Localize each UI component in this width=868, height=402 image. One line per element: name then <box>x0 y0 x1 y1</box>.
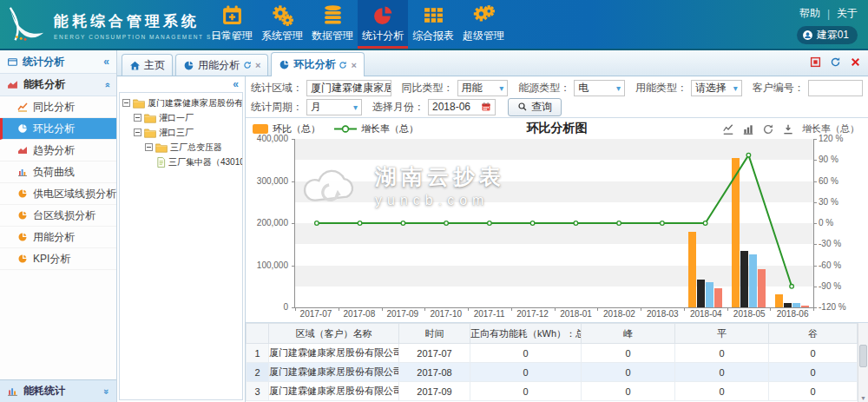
usage-type-select[interactable]: 请选择▾ <box>691 80 742 96</box>
sidebar-footer-energy-stats[interactable]: 能耗统计 » <box>0 379 116 402</box>
mini-refresh-icon[interactable] <box>243 61 252 69</box>
row-number: 2 <box>247 363 269 382</box>
close-icon[interactable] <box>850 56 861 68</box>
user-menu[interactable]: 建霖01 <box>797 26 858 44</box>
sidebar-items: 同比分析环比分析趋势分析负荷曲线供电区域线损分析台区线损分析用能分析KPI分析 <box>0 96 116 270</box>
tree-expander-icon[interactable] <box>134 129 141 136</box>
pie-chart-icon <box>17 123 28 134</box>
tree-expander-icon[interactable] <box>145 143 153 151</box>
tree-collapse-icon[interactable]: « <box>117 76 245 92</box>
chevron-up-icon[interactable]: » <box>102 82 112 87</box>
tree-node-3[interactable]: 灌口三厂 <box>122 125 242 140</box>
sidebar-item-label: 负荷曲线 <box>33 165 75 180</box>
usage-type-label: 用能类型： <box>635 81 687 96</box>
sidebar-footer-label: 能耗统计 <box>23 384 65 399</box>
tab-close-icon[interactable]: × <box>351 60 356 70</box>
tree-node-1[interactable]: 厦门建霖健康家居股份有限公司 <box>122 96 242 110</box>
nav-item-1[interactable]: 日常管理 <box>207 0 257 49</box>
sidebar-item-5[interactable]: 供电区域线损分析 <box>0 183 116 205</box>
download-icon[interactable] <box>782 123 794 135</box>
tab-1[interactable]: 主页 <box>122 54 173 76</box>
scrollbar-thumb[interactable] <box>859 345 867 367</box>
nav-item-label: 综合报表 <box>412 29 454 43</box>
sidebar-section-energy-analysis[interactable]: 能耗分析 » <box>0 74 116 96</box>
restore-icon[interactable] <box>810 56 821 68</box>
month-label: 选择月份： <box>372 100 424 115</box>
nav-item-6[interactable]: 超级管理 <box>458 0 509 49</box>
mini-refresh-icon[interactable] <box>339 61 347 69</box>
energy-type-select[interactable]: 电▾ <box>574 80 625 96</box>
sidebar-item-3[interactable]: 趋势分析 <box>0 140 116 161</box>
tree-node-4[interactable]: 三厂总变压器 <box>122 140 242 155</box>
sidebar-item-label: 同比分析 <box>33 100 75 115</box>
chart-legend: 环比（总）增长率（总） <box>253 122 418 135</box>
tab-3[interactable]: 环比分析× <box>271 52 364 76</box>
tree-node-5[interactable]: 三厂集中器（4301003 <box>122 155 242 169</box>
refresh-icon[interactable] <box>830 56 841 68</box>
tab-close-icon[interactable]: × <box>255 60 260 70</box>
legend-bar-swatch <box>253 124 268 134</box>
sidebar-item-7[interactable]: 用能分析 <box>0 227 116 248</box>
x-axis-label: 2018-04 <box>684 309 727 321</box>
nav-item-label: 系统管理 <box>261 29 303 43</box>
bar-chart-toggle-icon[interactable] <box>742 123 754 135</box>
nav-item-5[interactable]: 综合报表 <box>408 0 458 49</box>
nav-item-2[interactable]: 系统管理 <box>257 0 307 49</box>
month-value: 2018-06 <box>432 101 470 113</box>
refresh-icon[interactable] <box>762 123 774 135</box>
tab-2[interactable]: 用能分析× <box>175 54 268 76</box>
row-number: 3 <box>247 382 269 401</box>
column-header: 平 <box>675 324 769 344</box>
right-axis-tick-label: -60 % <box>819 260 862 270</box>
main-nav: 日常管理系统管理数据管理统计分析综合报表超级管理 <box>207 0 509 49</box>
table-row-3[interactable]: 3厦门建霖健康家居股份有限公司2017-090000 <box>247 382 858 401</box>
scrollbar-down-arrow[interactable]: ▼ <box>858 395 868 401</box>
home-icon <box>129 60 141 71</box>
sidebar-item-2[interactable]: 环比分析 <box>0 118 116 140</box>
period-label: 统计周期： <box>251 100 303 115</box>
help-link[interactable]: 帮助 <box>799 6 820 21</box>
table-row-2[interactable]: 2厦门建霖健康家居股份有限公司2017-080000 <box>247 363 858 382</box>
table-cell: 厦门建霖健康家居股份有限公司 <box>269 382 399 401</box>
calendar-icon[interactable] <box>481 102 491 112</box>
tree-expander-icon[interactable] <box>134 114 141 122</box>
tab-bar: 主页用能分析×环比分析× <box>117 50 868 76</box>
header-links: 帮助 | 关于 <box>799 6 858 21</box>
tree-node-2[interactable]: 灌口一厂 <box>122 110 242 125</box>
period-select[interactable]: 月▾ <box>306 99 362 115</box>
chevron-down-icon[interactable]: » <box>102 388 112 393</box>
customer-no-input[interactable] <box>808 80 863 96</box>
query-button[interactable]: 查询 <box>508 98 562 116</box>
table-row-1[interactable]: 1厦门建霖健康家居股份有限公司2017-070000 <box>247 344 858 363</box>
sidebar-item-8[interactable]: KPI分析 <box>0 248 116 270</box>
line-chart-toggle-icon[interactable] <box>722 123 734 135</box>
table-cell: 0 <box>769 382 858 401</box>
x-axis-label: 2017-07 <box>294 309 338 321</box>
x-axis-label: 2018-01 <box>555 309 598 321</box>
legend-line-swatch <box>334 124 357 134</box>
right-axis-tick-label: 90 % <box>819 155 862 164</box>
sidebar-item-6[interactable]: 台区线损分析 <box>0 205 116 227</box>
x-axis-label: 2018-05 <box>727 309 771 321</box>
about-link[interactable]: 关于 <box>837 6 858 21</box>
chevron-down-icon: ▾ <box>353 102 358 112</box>
month-input[interactable]: 2018-06 <box>428 99 496 115</box>
analysis-panel: 统计区域： 厦门建霖健康家居股份有限公 同比类型： 用能▾ 能源类型： 电▾ 用… <box>246 76 868 402</box>
right-axis-series-label[interactable]: 增长率（总） <box>802 122 859 135</box>
sidebar-item-4[interactable]: 负荷曲线 <box>0 161 116 183</box>
chart-toolbar: 增长率（总） <box>722 122 859 135</box>
area-input[interactable]: 厦门建霖健康家居股份有限公 <box>306 80 391 96</box>
legend-item-1[interactable]: 环比（总） <box>253 122 320 135</box>
legend-item-2[interactable]: 增长率（总） <box>334 122 418 135</box>
tree-node-label: 三厂集中器（4301003 <box>168 156 243 168</box>
nav-item-3[interactable]: 数据管理 <box>307 0 358 49</box>
axis-tick <box>813 223 817 224</box>
tab-toolbar <box>810 56 861 68</box>
sidebar-collapse-icon[interactable]: « <box>103 56 109 68</box>
tongbi-type-select[interactable]: 用能▾ <box>457 80 509 96</box>
x-axis-label: 2018-06 <box>771 309 814 321</box>
table-scrollbar[interactable]: ▼ <box>858 323 868 402</box>
nav-item-4[interactable]: 统计分析 <box>358 0 408 49</box>
sidebar-item-1[interactable]: 同比分析 <box>0 96 116 118</box>
tree-expander-icon[interactable] <box>122 99 130 107</box>
